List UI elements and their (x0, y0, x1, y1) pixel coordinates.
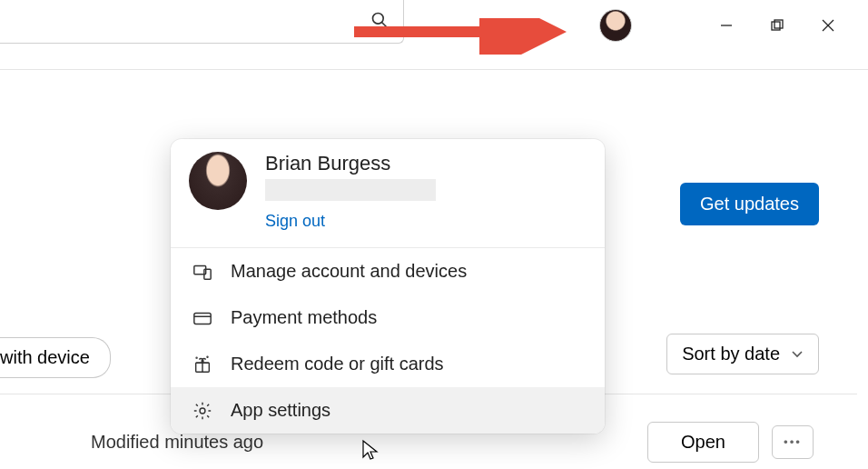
svg-line-1 (382, 22, 387, 26)
user-name: Brian Burgess (265, 152, 436, 175)
menu-item-payment[interactable]: Payment methods (171, 294, 605, 341)
sort-dropdown[interactable]: Sort by date (666, 334, 819, 374)
menu-item-label: App settings (231, 400, 330, 421)
close-button[interactable] (817, 15, 839, 36)
search-box[interactable] (0, 0, 404, 44)
modified-status: Modified minutes ago (91, 432, 263, 453)
search-icon (370, 11, 389, 33)
profile-flyout: Brian Burgess Sign out Manage account an… (171, 139, 605, 434)
menu-item-label: Manage account and devices (231, 261, 467, 282)
content-area: Get updates with device Sort by date Mod… (0, 70, 868, 469)
more-button[interactable]: ••• (772, 425, 814, 459)
window-controls (715, 15, 839, 36)
svg-point-0 (373, 13, 384, 24)
get-updates-button[interactable]: Get updates (680, 183, 819, 225)
svg-point-15 (196, 357, 197, 358)
menu-item-label: Payment methods (231, 307, 377, 328)
user-email-redacted (265, 179, 436, 201)
with-device-filter[interactable]: with device (0, 337, 111, 378)
svg-rect-11 (194, 313, 211, 324)
open-button[interactable]: Open (647, 422, 759, 463)
svg-point-16 (207, 356, 208, 357)
titlebar (0, 0, 868, 51)
gear-icon (192, 401, 212, 421)
maximize-button[interactable] (766, 15, 788, 36)
menu-item-redeem[interactable]: Redeem code or gift cards (171, 341, 605, 387)
profile-avatar-button[interactable] (599, 9, 632, 42)
flyout-header: Brian Burgess Sign out (171, 139, 605, 248)
minimize-button[interactable] (715, 15, 737, 36)
profile-avatar-large (189, 152, 247, 210)
chevron-down-icon (791, 344, 804, 364)
menu-item-manage-account[interactable]: Manage account and devices (171, 248, 605, 294)
devices-icon (192, 262, 212, 282)
svg-point-17 (200, 408, 205, 414)
gift-icon (192, 354, 212, 374)
sign-out-link[interactable]: Sign out (265, 212, 436, 231)
menu-item-label: Redeem code or gift cards (231, 354, 444, 374)
card-icon (192, 308, 212, 328)
sort-label: Sort by date (682, 344, 780, 364)
menu-item-app-settings[interactable]: App settings (171, 387, 605, 434)
